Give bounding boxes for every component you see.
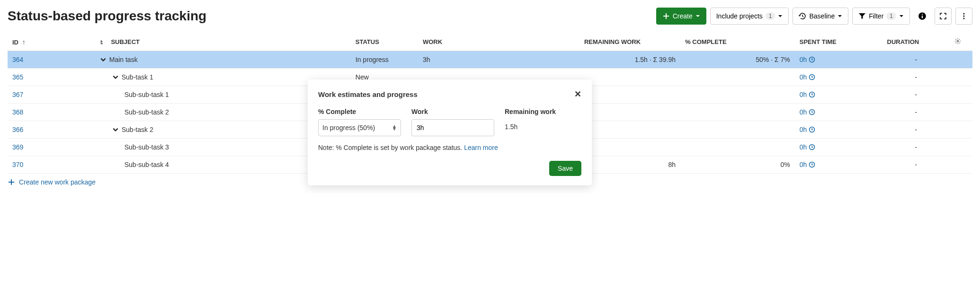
gear-icon bbox=[954, 38, 961, 44]
kebab-icon bbox=[960, 12, 968, 20]
fullscreen-icon bbox=[939, 12, 947, 20]
row-spent[interactable]: 0h bbox=[800, 56, 816, 63]
row-duration[interactable]: - bbox=[882, 69, 950, 86]
clock-icon bbox=[809, 161, 815, 168]
remaining-field-label: Remaining work bbox=[505, 108, 556, 115]
clock-icon bbox=[809, 126, 815, 133]
row-remaining[interactable]: 1.5h · Σ 39.9h bbox=[579, 51, 680, 69]
column-duration[interactable]: DURATION bbox=[882, 33, 950, 51]
info-button[interactable] bbox=[914, 8, 931, 25]
row-spent[interactable]: 0h bbox=[800, 91, 816, 98]
row-complete[interactable]: 0% bbox=[680, 156, 795, 174]
row-spent[interactable]: 0h bbox=[800, 73, 816, 81]
row-id[interactable]: 367 bbox=[12, 91, 23, 98]
more-menu-button[interactable] bbox=[955, 8, 972, 25]
complete-field-label: % Complete bbox=[318, 108, 401, 115]
column-spent[interactable]: SPENT TIME bbox=[795, 33, 882, 51]
row-subject[interactable]: Main task bbox=[100, 56, 346, 63]
row-remaining[interactable] bbox=[579, 69, 680, 86]
row-duration[interactable]: - bbox=[882, 156, 950, 174]
work-input[interactable] bbox=[411, 119, 494, 136]
complete-select[interactable]: In progress (50%) ▲▼ bbox=[318, 119, 401, 136]
column-id[interactable]: ID ↑ bbox=[8, 33, 95, 51]
chevron-down-icon[interactable] bbox=[112, 74, 119, 80]
row-remaining[interactable] bbox=[579, 104, 680, 121]
page-title: Status-based progress tracking bbox=[8, 9, 206, 24]
plus-icon bbox=[662, 12, 670, 20]
include-projects-button[interactable]: Include projects 1 bbox=[710, 8, 789, 25]
create-button[interactable]: Create bbox=[656, 8, 706, 25]
clock-icon bbox=[809, 74, 815, 80]
history-icon bbox=[799, 12, 806, 20]
learn-more-link[interactable]: Learn more bbox=[464, 144, 498, 151]
row-spent[interactable]: 0h bbox=[800, 108, 816, 116]
hierarchy-icon bbox=[100, 39, 107, 45]
create-work-package-label: Create new work package bbox=[19, 178, 96, 186]
column-settings[interactable] bbox=[950, 33, 972, 51]
caret-down-icon bbox=[778, 14, 783, 18]
filter-button[interactable]: Filter 1 bbox=[852, 8, 910, 25]
row-remaining[interactable] bbox=[579, 86, 680, 104]
caret-down-icon bbox=[899, 14, 904, 18]
row-complete[interactable] bbox=[680, 69, 795, 86]
remaining-value: 1.5h bbox=[505, 119, 556, 131]
table-row[interactable]: 364 Main task In progress 3h 1.5h · Σ 39… bbox=[8, 51, 972, 69]
baseline-label: Baseline bbox=[809, 12, 835, 20]
filter-icon bbox=[858, 12, 866, 20]
row-id[interactable]: 364 bbox=[12, 56, 23, 63]
complete-select-value: In progress (50%) bbox=[322, 124, 375, 132]
column-remaining[interactable]: REMAINING WORK bbox=[579, 33, 680, 51]
close-icon[interactable]: ✕ bbox=[574, 89, 581, 99]
sort-arrow-icon: ↑ bbox=[22, 38, 26, 46]
row-complete[interactable] bbox=[680, 121, 795, 139]
row-duration[interactable]: - bbox=[882, 104, 950, 121]
popover-title: Work estimates and progress bbox=[318, 90, 418, 98]
svg-point-3 bbox=[963, 13, 965, 15]
column-status[interactable]: STATUS bbox=[351, 33, 418, 51]
row-remaining[interactable] bbox=[579, 139, 680, 156]
select-chevrons-icon: ▲▼ bbox=[392, 125, 397, 131]
row-complete[interactable] bbox=[680, 139, 795, 156]
svg-point-6 bbox=[957, 40, 959, 42]
row-complete[interactable] bbox=[680, 86, 795, 104]
column-subject[interactable]: SUBJECT bbox=[95, 33, 351, 51]
row-complete[interactable]: 50% · Σ 7% bbox=[680, 51, 795, 69]
row-id[interactable]: 370 bbox=[12, 161, 23, 168]
baseline-button[interactable]: Baseline bbox=[793, 8, 848, 25]
save-button[interactable]: Save bbox=[549, 161, 581, 176]
row-spent[interactable]: 0h bbox=[800, 161, 816, 168]
svg-point-2 bbox=[922, 14, 923, 15]
column-id-label: ID bbox=[12, 39, 18, 46]
column-work[interactable]: WORK bbox=[418, 33, 579, 51]
clock-icon bbox=[809, 91, 815, 98]
row-remaining[interactable] bbox=[579, 121, 680, 139]
row-duration[interactable]: - bbox=[882, 139, 950, 156]
row-id[interactable]: 369 bbox=[12, 143, 23, 151]
svg-point-4 bbox=[963, 16, 965, 17]
create-label: Create bbox=[673, 12, 693, 20]
popover-note: Note: % Complete is set by work package … bbox=[318, 144, 581, 151]
row-work[interactable]: 3h bbox=[418, 51, 579, 69]
column-complete[interactable]: % COMPLETE bbox=[680, 33, 795, 51]
row-status[interactable]: In progress bbox=[351, 51, 418, 69]
row-duration[interactable]: - bbox=[882, 121, 950, 139]
row-duration[interactable]: - bbox=[882, 51, 950, 69]
row-spent[interactable]: 0h bbox=[800, 143, 816, 151]
row-remaining[interactable]: 8h bbox=[579, 156, 680, 174]
filter-count: 1 bbox=[886, 12, 896, 20]
column-subject-label: SUBJECT bbox=[111, 38, 140, 45]
row-id[interactable]: 368 bbox=[12, 108, 23, 116]
include-projects-label: Include projects bbox=[716, 12, 763, 20]
row-id[interactable]: 366 bbox=[12, 126, 23, 133]
row-duration[interactable]: - bbox=[882, 86, 950, 104]
filter-label: Filter bbox=[869, 12, 883, 20]
row-id[interactable]: 365 bbox=[12, 73, 23, 81]
row-complete[interactable] bbox=[680, 104, 795, 121]
chevron-down-icon[interactable] bbox=[112, 126, 119, 133]
fullscreen-button[interactable] bbox=[935, 8, 952, 25]
caret-down-icon bbox=[837, 14, 842, 18]
chevron-down-icon[interactable] bbox=[100, 56, 107, 63]
info-icon bbox=[918, 12, 927, 20]
row-spent[interactable]: 0h bbox=[800, 126, 816, 133]
svg-rect-1 bbox=[922, 16, 923, 18]
